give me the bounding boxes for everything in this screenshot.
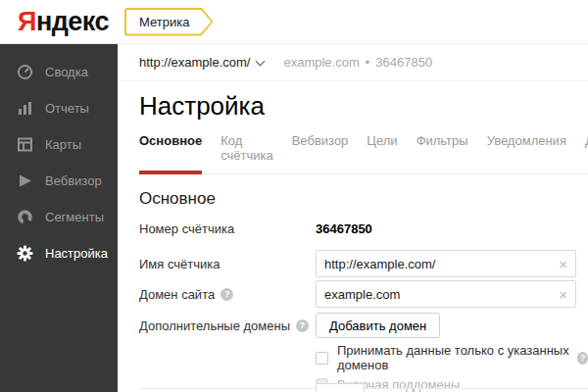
row-accept-only-listed: Принимать данные только с указанных доме… [316, 343, 588, 372]
sidebar-item-webvisor[interactable]: Вебвизор [0, 163, 118, 199]
dot-separator: • [366, 55, 370, 70]
sidebar-item-label: Вебвизор [45, 173, 102, 188]
maps-icon [17, 136, 33, 153]
counter-name-input[interactable] [316, 250, 576, 277]
counter-number-value: 36467850 [316, 221, 372, 236]
dashboard-icon [17, 64, 33, 80]
sidebar-item-label: Сегменты [45, 210, 104, 224]
sidebar-item-settings[interactable]: Настройка [0, 235, 118, 271]
row-counter-name: Имя счётчика × [139, 250, 588, 277]
section-title: Основное [139, 189, 588, 209]
webvisor-icon [17, 172, 33, 189]
app-header: Яндекс Метрика [0, 0, 588, 44]
help-icon[interactable]: ? [220, 288, 233, 301]
sidebar-item-maps[interactable]: Карты [0, 126, 118, 163]
chevron-down-icon [256, 56, 266, 66]
metrica-badge[interactable]: Метрика [124, 8, 213, 36]
tab-webvisor[interactable]: Вебвизор [292, 133, 349, 173]
sidebar-item-summary[interactable]: Сводка [0, 54, 118, 90]
counter-bar: http://example.com/ example.com•36467850 [118, 44, 588, 81]
settings-icon [17, 245, 33, 262]
row-counter-number: Номер счётчика 36467850 [139, 221, 588, 236]
tabs-bar: Основное Код счётчика Вебвизор Цели Филь… [139, 133, 588, 174]
sidebar-item-label: Сводка [45, 65, 88, 79]
main-area: http://example.com/ example.com•36467850… [118, 44, 588, 392]
tab-goals[interactable]: Цели [367, 133, 397, 173]
counter-id: 36467850 [375, 55, 432, 70]
yandex-logo[interactable]: Яндекс [18, 7, 109, 37]
reports-icon [17, 100, 33, 117]
accept-only-listed-checkbox[interactable] [316, 352, 328, 365]
counter-domain: example.com [283, 55, 359, 70]
page-title: Настройка [139, 91, 588, 122]
additional-domains-label: Дополнительные домены ? [139, 318, 316, 333]
counter-selector[interactable]: http://example.com/ [139, 55, 264, 70]
help-icon[interactable]: ? [296, 319, 309, 332]
sidebar-item-label: Отчеты [45, 101, 89, 116]
sidebar: Сводка Отчеты Карты Вебвизор Сегменты На… [0, 44, 118, 392]
sidebar-item-label: Карты [45, 137, 81, 152]
accept-only-listed-label-text: Принимать данные только с указанных доме… [337, 343, 571, 372]
counter-selector-label: http://example.com/ [139, 55, 250, 70]
sidebar-item-reports[interactable]: Отчеты [0, 90, 118, 126]
sidebar-item-segments[interactable]: Сегменты [0, 199, 118, 235]
help-icon[interactable]: ? [577, 352, 588, 365]
accept-only-listed-label: Принимать данные только с указанных доме… [337, 343, 588, 372]
row-additional-domains: Дополнительные домены ? Добавить домен [139, 313, 588, 338]
site-domain-label-text: Домен сайта [139, 287, 215, 302]
tab-general[interactable]: Основное [139, 133, 202, 174]
clear-icon[interactable]: × [559, 256, 567, 272]
add-domain-button[interactable]: Добавить домен [316, 313, 440, 338]
row-site-domain: Домен сайта ? × [139, 280, 588, 308]
tab-filters[interactable]: Фильтры [416, 133, 468, 173]
sidebar-item-label: Настройка [45, 246, 108, 261]
counter-name-label: Имя счётчика [139, 257, 316, 271]
segments-icon [17, 209, 33, 225]
next-row-partial-control [316, 383, 365, 392]
clear-icon[interactable]: × [559, 286, 567, 303]
site-domain-label: Домен сайта ? [139, 287, 316, 302]
additional-domains-label-text: Дополнительные домены [139, 318, 290, 333]
site-domain-input[interactable] [316, 280, 576, 308]
tab-counter-code[interactable]: Код счётчика [220, 133, 273, 173]
metrica-badge-label: Метрика [126, 10, 211, 34]
counter-number-label: Номер счётчика [139, 221, 316, 236]
logo-letter-ya: Я [18, 7, 36, 36]
logo-rest: ндекс [36, 7, 109, 36]
counter-meta: example.com•36467850 [283, 55, 432, 70]
settings-content: Настройка Основное Код счётчика Вебвизор… [118, 81, 588, 392]
tab-notifications[interactable]: Уведомления [487, 133, 566, 173]
